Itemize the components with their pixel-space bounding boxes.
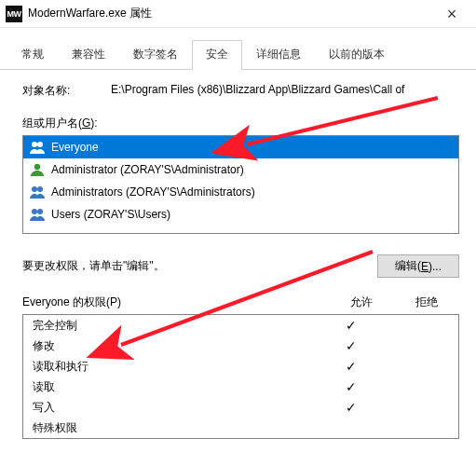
permissions-header-deny: 拒绝: [394, 295, 459, 310]
object-name-row: 对象名称: E:\Program Files (x86)\Blizzard Ap…: [22, 83, 459, 99]
permissions-header-allow: 允许: [329, 295, 394, 310]
edit-button[interactable]: 编辑(E)...: [377, 254, 459, 278]
svg-point-3: [32, 186, 37, 192]
permissions-caption-post: ): [117, 295, 121, 308]
permissions-caption: Everyone 的权限(P): [22, 295, 329, 310]
user-list-item[interactable]: Administrator (ZORAY'S\Administrator): [23, 158, 458, 181]
group-users-caption-hotkey: G: [82, 116, 90, 130]
tab-0[interactable]: 常规: [7, 40, 58, 70]
titlebar: MW ModernWarfare.exe 属性 ×: [0, 0, 476, 28]
window-title: ModernWarfare.exe 属性: [28, 6, 433, 21]
permission-name: 读取: [33, 379, 319, 395]
permission-allow: ✓: [319, 359, 384, 374]
svg-point-1: [37, 142, 43, 147]
svg-point-5: [32, 209, 37, 214]
user-list-item-label: Administrators (ZORAY'S\Administrators): [51, 185, 255, 199]
permission-name: 修改: [33, 338, 319, 354]
tab-3[interactable]: 安全: [192, 40, 242, 70]
permission-allow: ✓: [319, 400, 384, 415]
users-group-icon: [29, 206, 46, 223]
permission-row: 修改✓: [23, 336, 458, 356]
svg-point-4: [37, 186, 43, 192]
permission-allow: ✓: [319, 318, 384, 333]
object-name-label: 对象名称:: [22, 83, 111, 99]
permissions-header-row: Everyone 的权限(P) 允许 拒绝: [22, 295, 459, 310]
user-icon: [29, 161, 46, 178]
permissions-caption-pre: Everyone 的权限(: [22, 295, 110, 308]
edit-button-pre: 编辑(: [395, 258, 421, 274]
group-users-caption-post: ):: [90, 116, 97, 130]
users-group-icon: [29, 184, 46, 200]
permission-name: 特殊权限: [33, 420, 319, 436]
group-users-listbox[interactable]: EveryoneAdministrator (ZORAY'S\Administr…: [22, 135, 459, 234]
group-users-caption: 组或用户名(G):: [22, 116, 459, 131]
permission-row: 读取✓: [23, 377, 458, 397]
tab-1[interactable]: 兼容性: [58, 40, 119, 70]
edit-permissions-row: 要更改权限，请单击"编辑"。 编辑(E)...: [22, 254, 459, 278]
tab-5[interactable]: 以前的版本: [315, 40, 399, 70]
permission-allow: ✓: [319, 338, 384, 353]
tab-2[interactable]: 数字签名: [119, 40, 192, 70]
edit-permissions-hint: 要更改权限，请单击"编辑"。: [22, 258, 377, 274]
permission-row: 特殊权限: [23, 418, 458, 438]
group-users-caption-pre: 组或用户名(: [22, 116, 82, 130]
tab-strip: 常规兼容性数字签名安全详细信息以前的版本: [0, 28, 476, 70]
user-list-item[interactable]: Everyone: [23, 136, 458, 158]
user-list-item[interactable]: Administrators (ZORAY'S\Administrators): [23, 181, 458, 203]
permissions-caption-hotkey: P: [110, 295, 117, 308]
permission-row: 读取和执行✓: [23, 356, 458, 377]
svg-point-0: [32, 142, 37, 147]
permission-row: 写入✓: [23, 397, 458, 418]
app-icon: MW: [6, 6, 22, 22]
edit-button-post: )...: [428, 260, 442, 273]
permission-name: 读取和执行: [33, 359, 319, 375]
user-list-item[interactable]: Users (ZORAY'S\Users): [23, 203, 458, 226]
close-icon[interactable]: ×: [433, 0, 470, 28]
users-group-icon: [29, 139, 46, 156]
permissions-table: 完全控制✓修改✓读取和执行✓读取✓写入✓特殊权限: [22, 314, 459, 439]
object-name-value: E:\Program Files (x86)\Blizzard App\Bliz…: [111, 83, 459, 99]
edit-button-hotkey: E: [421, 260, 428, 273]
svg-point-2: [34, 164, 40, 170]
svg-point-6: [37, 209, 43, 214]
permission-row: 完全控制✓: [23, 315, 458, 336]
tab-4[interactable]: 详细信息: [242, 40, 315, 70]
user-list-item-label: Administrator (ZORAY'S\Administrator): [51, 163, 244, 176]
permission-name: 写入: [33, 400, 319, 416]
user-list-item-label: Users (ZORAY'S\Users): [51, 208, 170, 221]
permission-name: 完全控制: [33, 318, 319, 334]
permission-allow: ✓: [319, 379, 384, 394]
user-list-item-label: Everyone: [51, 141, 99, 154]
